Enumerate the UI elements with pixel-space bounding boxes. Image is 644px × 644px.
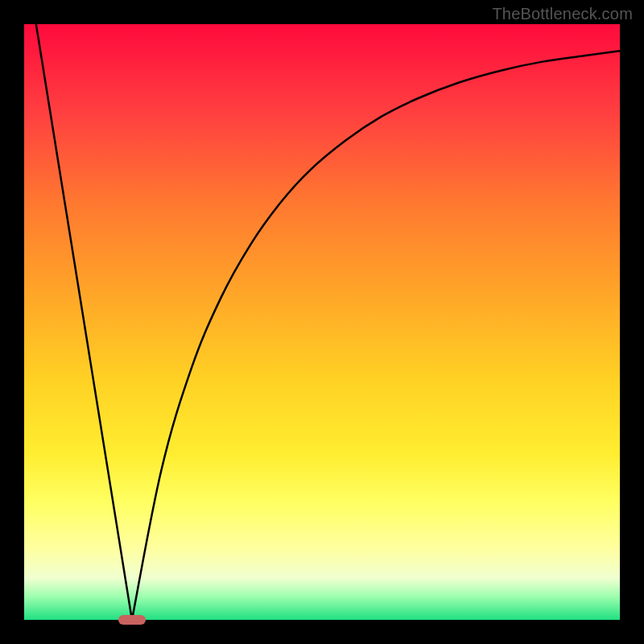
minimum-marker [118, 615, 146, 625]
chart-frame: TheBottleneck.com [0, 0, 644, 644]
watermark-text: TheBottleneck.com [492, 5, 633, 23]
curve-left-branch [36, 24, 132, 620]
plot-area [24, 24, 620, 620]
curve-layer [24, 24, 620, 620]
curve-right-branch [132, 51, 620, 620]
